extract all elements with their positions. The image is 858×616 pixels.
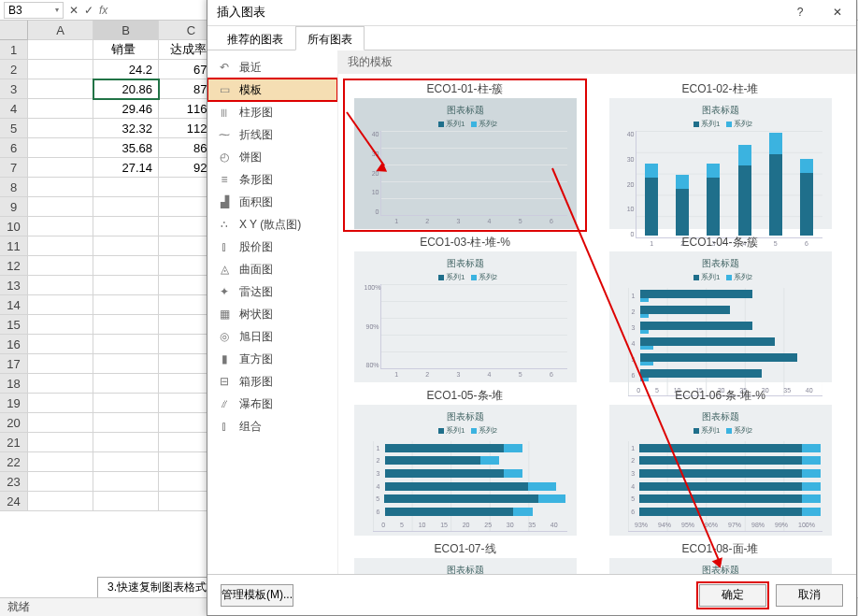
row-header[interactable]: 8 <box>0 178 28 197</box>
cell[interactable] <box>93 374 159 394</box>
fx-icon[interactable]: fx <box>99 4 107 17</box>
category-item[interactable]: ▮直方图 <box>207 348 337 370</box>
row-header[interactable]: 1 <box>0 40 28 60</box>
category-item[interactable]: ⫿股价图 <box>207 236 337 258</box>
cell[interactable] <box>28 138 93 158</box>
cell[interactable]: 27.14 <box>93 158 159 178</box>
row-header[interactable]: 18 <box>0 374 28 394</box>
row-header[interactable]: 22 <box>0 452 28 472</box>
cell[interactable] <box>28 256 93 276</box>
row-header[interactable]: 20 <box>0 413 28 433</box>
col-header[interactable]: B <box>93 21 159 40</box>
cell[interactable] <box>93 315 159 335</box>
manage-templates-button[interactable]: 管理模板(M)... <box>221 584 293 607</box>
row-header[interactable]: 10 <box>0 217 28 236</box>
category-item[interactable]: ▭模板 <box>207 79 337 101</box>
cell[interactable] <box>93 433 159 452</box>
cell[interactable] <box>28 236 93 256</box>
category-item[interactable]: ⊟箱形图 <box>207 370 337 393</box>
cell[interactable] <box>28 413 93 433</box>
cell[interactable] <box>28 315 93 335</box>
tab-all-charts[interactable]: 所有图表 <box>295 26 365 50</box>
cell[interactable] <box>28 295 93 315</box>
cell[interactable] <box>93 394 159 413</box>
category-item[interactable]: ⫿组合 <box>207 415 337 437</box>
cell[interactable] <box>93 354 159 374</box>
row-header[interactable]: 13 <box>0 276 28 295</box>
cell[interactable] <box>93 472 159 492</box>
row-header[interactable]: 21 <box>0 433 28 452</box>
row-header[interactable]: 6 <box>0 138 28 158</box>
template-item[interactable]: ECO1-05-条-堆图表标题系列1系列21234560510152025303… <box>346 388 584 536</box>
template-item[interactable]: ECO1-01-柱-簇图表标题系列1系列2403020100123456 <box>346 81 584 229</box>
row-header[interactable]: 12 <box>0 256 28 276</box>
select-all-corner[interactable] <box>0 21 28 40</box>
category-item[interactable]: ∴X Y (散点图) <box>207 213 337 236</box>
cell[interactable] <box>28 158 93 178</box>
category-item[interactable]: ◎旭日图 <box>207 325 337 348</box>
row-header[interactable]: 24 <box>0 492 28 511</box>
cell[interactable] <box>93 256 159 276</box>
cell[interactable] <box>28 433 93 452</box>
cell[interactable] <box>28 99 93 119</box>
cell[interactable]: 销量 <box>93 40 159 60</box>
category-item[interactable]: ↶最近 <box>207 56 337 79</box>
cell[interactable]: 29.46 <box>93 99 159 119</box>
cell[interactable] <box>28 354 93 374</box>
category-item[interactable]: ⫽瀑布图 <box>207 393 337 415</box>
cell[interactable] <box>93 452 159 472</box>
ok-button[interactable]: 确定 <box>699 584 766 607</box>
row-header[interactable]: 4 <box>0 99 28 119</box>
cell[interactable] <box>93 413 159 433</box>
category-item[interactable]: ◬曲面图 <box>207 258 337 280</box>
cell[interactable] <box>93 335 159 354</box>
cancel-icon[interactable]: ✕ <box>69 4 79 17</box>
cell[interactable]: 20.86 <box>93 79 159 99</box>
cell[interactable] <box>28 472 93 492</box>
cell[interactable] <box>28 217 93 236</box>
template-gallery[interactable]: ECO1-01-柱-簇图表标题系列1系列2403020100123456ECO1… <box>338 74 856 574</box>
template-item[interactable]: ECO1-07-线图表标题系列1系列2 <box>346 541 584 574</box>
row-header[interactable]: 23 <box>0 472 28 492</box>
cell[interactable] <box>28 276 93 295</box>
cell[interactable] <box>93 276 159 295</box>
category-item[interactable]: ⫼柱形图 <box>207 101 337 123</box>
cell[interactable]: 32.32 <box>93 119 159 138</box>
cell[interactable] <box>93 197 159 217</box>
row-header[interactable]: 15 <box>0 315 28 335</box>
cell[interactable] <box>28 178 93 197</box>
row-header[interactable]: 9 <box>0 197 28 217</box>
cell[interactable] <box>28 492 93 511</box>
row-header[interactable]: 19 <box>0 394 28 413</box>
cell[interactable]: 35.68 <box>93 138 159 158</box>
cancel-button[interactable]: 取消 <box>776 584 843 607</box>
category-item[interactable]: ✦雷达图 <box>207 280 337 303</box>
category-item[interactable]: ▟面积图 <box>207 191 337 213</box>
cell[interactable] <box>93 178 159 197</box>
cell[interactable] <box>93 236 159 256</box>
help-button[interactable]: ? <box>781 0 819 25</box>
row-header[interactable]: 11 <box>0 236 28 256</box>
category-item[interactable]: ◴饼图 <box>207 146 337 168</box>
dialog-titlebar[interactable]: 插入图表 ? ✕ <box>207 0 856 26</box>
row-header[interactable]: 14 <box>0 295 28 315</box>
cell[interactable] <box>28 394 93 413</box>
cell[interactable] <box>28 374 93 394</box>
category-item[interactable]: ⁓折线图 <box>207 123 337 146</box>
confirm-icon[interactable]: ✓ <box>84 4 93 17</box>
col-header[interactable]: A <box>28 21 93 40</box>
cell[interactable] <box>28 197 93 217</box>
template-item[interactable]: ECO1-06-条-堆-%图表标题系列1系列212345693%94%95%96… <box>601 388 839 536</box>
cell[interactable] <box>93 217 159 236</box>
cell[interactable] <box>28 79 93 99</box>
row-header[interactable]: 2 <box>0 60 28 79</box>
template-item[interactable]: ECO1-02-柱-堆图表标题系列1系列2403020100123456 <box>601 81 839 229</box>
name-box[interactable]: B3 ▾ <box>4 2 64 19</box>
cell[interactable] <box>28 119 93 138</box>
category-item[interactable]: ▦树状图 <box>207 303 337 325</box>
sheet-tab[interactable]: 3.快速复制图表格式 <box>97 577 217 597</box>
cell[interactable]: 24.2 <box>93 60 159 79</box>
cell[interactable] <box>28 335 93 354</box>
row-header[interactable]: 7 <box>0 158 28 178</box>
category-item[interactable]: ≡条形图 <box>207 168 337 191</box>
